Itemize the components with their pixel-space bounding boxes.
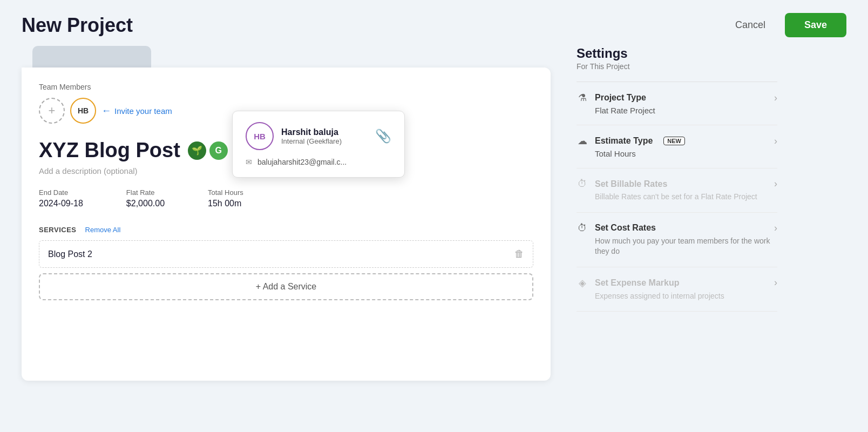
cancel-button[interactable]: Cancel — [724, 14, 776, 36]
team-members-label: Team Members — [39, 83, 533, 91]
settings-item-left-billable-rates: ⏱ Set Billable Rates — [577, 178, 667, 190]
main-layout: Team Members + HB ← Invite your team XYZ… — [0, 46, 868, 424]
member-popup: HB Harshit baluja Internal (Geekflare) 📎… — [232, 111, 405, 178]
flat-rate-value[interactable]: $2,000.00 — [126, 199, 165, 208]
invite-team-text: Invite your team — [114, 106, 172, 116]
project-name-text: XYZ Blog Post — [39, 139, 180, 162]
total-hours-label: Total Hours — [208, 188, 243, 197]
chevron-right-icon-billable-rates: › — [774, 178, 777, 190]
settings-item-desc-billable-rates: Billable Rates can't be set for a Flat R… — [577, 192, 777, 202]
chevron-right-icon-estimate-type: › — [774, 136, 777, 147]
popup-info: Harshit baluja Internal (Geekflare) — [281, 127, 342, 145]
chevron-right-icon-project-type: › — [774, 92, 777, 104]
settings-item-header-cost-rates: ⏱ Set Cost Rates › — [577, 222, 777, 234]
settings-item-title-estimate-type: Estimate Type — [595, 136, 653, 146]
header-actions: Cancel Save — [724, 13, 846, 37]
page-title: New Project — [22, 14, 133, 37]
project-card: Team Members + HB ← Invite your team XYZ… — [22, 68, 551, 381]
settings-item-left-expense-markup: ◈ Set Expense Markup — [577, 277, 680, 289]
remove-all-button[interactable]: Remove All — [85, 226, 121, 234]
settings-item-header-billable-rates: ⏱ Set Billable Rates › — [577, 178, 777, 190]
email-icon: ✉ — [246, 158, 252, 166]
meta-flat-rate: Flat Rate $2,000.00 — [126, 188, 165, 208]
settings-panel: Settings For This Project ⚗ Project Type… — [551, 46, 777, 424]
settings-item-header-expense-markup: ◈ Set Expense Markup › — [577, 277, 777, 289]
popup-email-text: balujaharshit23@gmail.c... — [257, 158, 347, 166]
settings-title: Settings — [577, 46, 777, 61]
clip-icon: 📎 — [375, 129, 391, 144]
meta-end-date: End Date 2024-09-18 — [39, 188, 83, 208]
page-header: New Project Cancel Save — [0, 0, 868, 46]
save-button[interactable]: Save — [785, 13, 846, 37]
popup-role: Internal (Geekflare) — [281, 137, 342, 145]
invite-team-hint: ← Invite your team — [101, 105, 172, 117]
delete-service-icon[interactable]: 🗑 — [514, 248, 524, 260]
settings-item-expense-markup[interactable]: ◈ Set Expense Markup › Expenses assigned… — [577, 267, 777, 312]
settings-subtitle: For This Project — [577, 62, 777, 71]
settings-item-title-project-type: Project Type — [595, 93, 646, 103]
settings-item-header-estimate-type: ☁ Estimate TypeNEW › — [577, 135, 777, 147]
add-member-button[interactable]: + — [39, 98, 65, 124]
service-name: Blog Post 2 — [48, 249, 92, 259]
chevron-right-icon-expense-markup: › — [774, 277, 777, 288]
services-label: SERVICES — [39, 226, 77, 234]
settings-icon-estimate-type: ☁ — [577, 135, 588, 147]
settings-item-estimate-type[interactable]: ☁ Estimate TypeNEW › Total Hours — [577, 125, 777, 168]
popup-header: HB Harshit baluja Internal (Geekflare) 📎 — [246, 122, 391, 150]
settings-item-title-expense-markup: Set Expense Markup — [595, 278, 680, 288]
popup-avatar: HB — [246, 122, 274, 150]
service-list: Blog Post 2 🗑 — [39, 240, 533, 268]
popup-email-row: ✉ balujaharshit23@gmail.c... — [246, 158, 391, 166]
meta-total-hours: Total Hours 15h 00m — [208, 188, 243, 208]
arrow-left-icon: ← — [101, 105, 111, 117]
services-header: SERVICES Remove All — [39, 226, 533, 234]
settings-icon-project-type: ⚗ — [577, 92, 588, 104]
settings-item-desc-cost-rates: How much you pay your team members for t… — [577, 236, 777, 257]
member-avatar-hb[interactable]: HB — [70, 98, 96, 124]
project-icons: 🌱 G — [188, 141, 228, 160]
add-service-button[interactable]: + Add a Service — [39, 273, 533, 300]
left-panel: Team Members + HB ← Invite your team XYZ… — [22, 46, 551, 424]
settings-item-value-estimate-type: Total Hours — [577, 149, 777, 158]
settings-item-cost-rates[interactable]: ⏱ Set Cost Rates › How much you pay your… — [577, 213, 777, 267]
settings-item-title-billable-rates: Set Billable Rates — [595, 179, 667, 189]
project-icon-2: G — [209, 141, 228, 160]
settings-icon-billable-rates: ⏱ — [577, 178, 588, 190]
total-hours-value: 15h 00m — [208, 199, 243, 208]
chevron-right-icon-cost-rates: › — [774, 222, 777, 234]
settings-item-left-project-type: ⚗ Project Type — [577, 92, 646, 104]
settings-item-desc-expense-markup: Expenses assigned to internal projects — [577, 291, 777, 302]
badge-new-estimate-type: NEW — [663, 137, 685, 145]
service-item: Blog Post 2 🗑 — [39, 240, 533, 268]
settings-item-value-project-type: Flat Rate Project — [577, 106, 777, 115]
popup-name: Harshit baluja — [281, 127, 342, 137]
settings-icon-expense-markup: ◈ — [577, 277, 588, 289]
settings-item-title-cost-rates: Set Cost Rates — [595, 223, 656, 233]
folder-tab — [32, 46, 151, 68]
settings-icon-cost-rates: ⏱ — [577, 222, 588, 234]
settings-item-billable-rates[interactable]: ⏱ Set Billable Rates › Billable Rates ca… — [577, 168, 777, 213]
popup-initials: HB — [254, 132, 266, 141]
settings-item-left-estimate-type: ☁ Estimate TypeNEW — [577, 135, 685, 147]
settings-item-left-cost-rates: ⏱ Set Cost Rates — [577, 222, 656, 234]
end-date-value[interactable]: 2024-09-18 — [39, 199, 83, 208]
settings-item-header-project-type: ⚗ Project Type › — [577, 92, 777, 104]
settings-item-project-type[interactable]: ⚗ Project Type › Flat Rate Project — [577, 82, 777, 125]
member-initials: HB — [78, 106, 89, 115]
end-date-label: End Date — [39, 188, 83, 197]
project-meta: End Date 2024-09-18 Flat Rate $2,000.00 … — [39, 188, 533, 208]
settings-list: ⚗ Project Type › Flat Rate Project ☁ Est… — [577, 82, 777, 312]
project-icon-1: 🌱 — [188, 141, 206, 160]
flat-rate-label: Flat Rate — [126, 188, 165, 197]
